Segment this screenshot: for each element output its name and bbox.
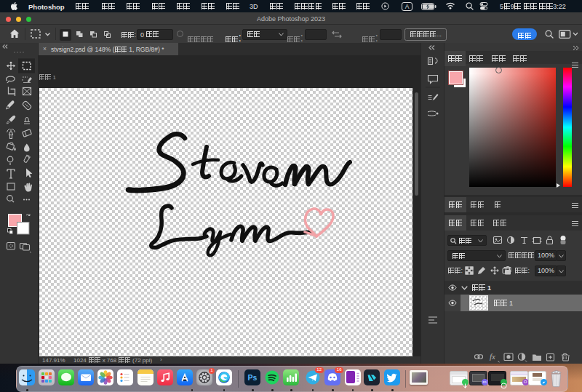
svg-text:fx: fx [490,352,495,361]
svg-text:A: A [405,3,410,10]
